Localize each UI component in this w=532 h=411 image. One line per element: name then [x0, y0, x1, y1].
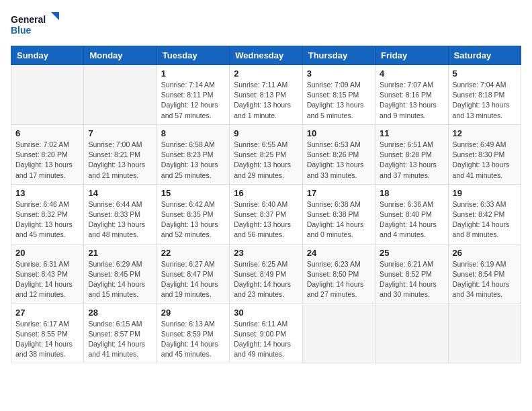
calendar-cell: 3Sunrise: 7:09 AM Sunset: 8:15 PM Daylig…	[302, 65, 375, 125]
calendar-cell: 23Sunrise: 6:25 AM Sunset: 8:49 PM Dayli…	[230, 244, 302, 304]
column-header-saturday: Saturday	[448, 46, 521, 65]
day-number: 6	[15, 128, 79, 138]
calendar-cell	[302, 304, 375, 363]
column-header-tuesday: Tuesday	[157, 46, 229, 65]
calendar-cell: 20Sunrise: 6:31 AM Sunset: 8:43 PM Dayli…	[11, 244, 84, 304]
day-info: Sunrise: 7:02 AM Sunset: 8:20 PM Dayligh…	[15, 140, 79, 181]
calendar-cell: 22Sunrise: 6:27 AM Sunset: 8:47 PM Dayli…	[157, 244, 229, 304]
calendar-cell: 29Sunrise: 6:13 AM Sunset: 8:59 PM Dayli…	[157, 304, 229, 363]
day-number: 25	[380, 248, 443, 258]
day-info: Sunrise: 6:49 AM Sunset: 8:30 PM Dayligh…	[453, 140, 517, 181]
day-number: 12	[453, 128, 517, 138]
calendar-cell: 21Sunrise: 6:29 AM Sunset: 8:45 PM Dayli…	[84, 244, 157, 304]
logo-icon: GeneralBlue	[11, 11, 64, 38]
calendar-cell: 17Sunrise: 6:38 AM Sunset: 8:38 PM Dayli…	[302, 184, 375, 244]
calendar-cell: 16Sunrise: 6:40 AM Sunset: 8:37 PM Dayli…	[230, 184, 302, 244]
day-number: 1	[161, 68, 225, 79]
calendar-cell: 10Sunrise: 6:53 AM Sunset: 8:26 PM Dayli…	[302, 124, 375, 184]
day-info: Sunrise: 7:09 AM Sunset: 8:15 PM Dayligh…	[307, 80, 371, 121]
day-number: 23	[234, 248, 298, 258]
calendar-cell	[448, 304, 521, 363]
calendar-week-5: 27Sunrise: 6:17 AM Sunset: 8:55 PM Dayli…	[11, 304, 521, 363]
column-header-thursday: Thursday	[302, 46, 375, 65]
day-number: 21	[88, 248, 152, 258]
day-number: 27	[15, 308, 79, 318]
day-number: 10	[307, 128, 371, 138]
calendar-cell: 11Sunrise: 6:51 AM Sunset: 8:28 PM Dayli…	[375, 124, 448, 184]
day-info: Sunrise: 6:15 AM Sunset: 8:57 PM Dayligh…	[88, 319, 152, 360]
day-info: Sunrise: 6:27 AM Sunset: 8:47 PM Dayligh…	[161, 259, 225, 300]
day-info: Sunrise: 6:29 AM Sunset: 8:45 PM Dayligh…	[88, 259, 152, 300]
calendar-cell: 28Sunrise: 6:15 AM Sunset: 8:57 PM Dayli…	[84, 304, 157, 363]
day-info: Sunrise: 6:33 AM Sunset: 8:42 PM Dayligh…	[453, 199, 517, 240]
calendar-cell: 27Sunrise: 6:17 AM Sunset: 8:55 PM Dayli…	[11, 304, 84, 363]
day-number: 28	[88, 308, 152, 318]
day-number: 15	[161, 188, 225, 198]
page-header: GeneralBlue	[11, 11, 521, 38]
logo: GeneralBlue	[11, 11, 64, 38]
calendar-cell: 6Sunrise: 7:02 AM Sunset: 8:20 PM Daylig…	[11, 124, 84, 184]
calendar-cell: 7Sunrise: 7:00 AM Sunset: 8:21 PM Daylig…	[84, 124, 157, 184]
day-number: 5	[453, 68, 517, 79]
day-number: 2	[234, 68, 298, 79]
calendar-cell: 15Sunrise: 6:42 AM Sunset: 8:35 PM Dayli…	[157, 184, 229, 244]
day-info: Sunrise: 6:46 AM Sunset: 8:32 PM Dayligh…	[15, 199, 79, 240]
day-info: Sunrise: 6:36 AM Sunset: 8:40 PM Dayligh…	[380, 199, 443, 240]
calendar-week-3: 13Sunrise: 6:46 AM Sunset: 8:32 PM Dayli…	[11, 184, 521, 244]
day-number: 18	[380, 188, 443, 198]
day-info: Sunrise: 6:55 AM Sunset: 8:25 PM Dayligh…	[234, 140, 298, 181]
day-info: Sunrise: 6:51 AM Sunset: 8:28 PM Dayligh…	[380, 140, 443, 181]
calendar-header-row: SundayMondayTuesdayWednesdayThursdayFrid…	[11, 46, 521, 65]
day-info: Sunrise: 6:31 AM Sunset: 8:43 PM Dayligh…	[15, 259, 79, 300]
column-header-friday: Friday	[375, 46, 448, 65]
day-number: 11	[380, 128, 443, 138]
calendar-week-4: 20Sunrise: 6:31 AM Sunset: 8:43 PM Dayli…	[11, 244, 521, 304]
day-info: Sunrise: 7:07 AM Sunset: 8:16 PM Dayligh…	[380, 80, 443, 121]
day-number: 17	[307, 188, 371, 198]
day-number: 30	[234, 308, 298, 318]
calendar-cell: 19Sunrise: 6:33 AM Sunset: 8:42 PM Dayli…	[448, 184, 521, 244]
day-number: 29	[161, 308, 225, 318]
day-info: Sunrise: 6:21 AM Sunset: 8:52 PM Dayligh…	[380, 259, 443, 300]
day-info: Sunrise: 6:38 AM Sunset: 8:38 PM Dayligh…	[307, 199, 371, 240]
column-header-monday: Monday	[84, 46, 157, 65]
calendar-week-2: 6Sunrise: 7:02 AM Sunset: 8:20 PM Daylig…	[11, 124, 521, 184]
column-header-sunday: Sunday	[11, 46, 84, 65]
day-number: 13	[15, 188, 79, 198]
day-info: Sunrise: 6:58 AM Sunset: 8:23 PM Dayligh…	[161, 140, 225, 181]
svg-text:General: General	[11, 14, 46, 25]
day-info: Sunrise: 6:42 AM Sunset: 8:35 PM Dayligh…	[161, 199, 225, 240]
day-info: Sunrise: 7:14 AM Sunset: 8:11 PM Dayligh…	[161, 80, 225, 121]
calendar-cell	[84, 65, 157, 125]
calendar-cell: 18Sunrise: 6:36 AM Sunset: 8:40 PM Dayli…	[375, 184, 448, 244]
day-info: Sunrise: 6:25 AM Sunset: 8:49 PM Dayligh…	[234, 259, 298, 300]
day-number: 9	[234, 128, 298, 138]
calendar-cell: 4Sunrise: 7:07 AM Sunset: 8:16 PM Daylig…	[375, 65, 448, 125]
calendar-cell: 14Sunrise: 6:44 AM Sunset: 8:33 PM Dayli…	[84, 184, 157, 244]
day-info: Sunrise: 6:23 AM Sunset: 8:50 PM Dayligh…	[307, 259, 371, 300]
day-number: 20	[15, 248, 79, 258]
svg-marker-2	[51, 12, 59, 20]
day-number: 22	[161, 248, 225, 258]
calendar-cell: 2Sunrise: 7:11 AM Sunset: 8:13 PM Daylig…	[230, 65, 302, 125]
calendar-cell: 24Sunrise: 6:23 AM Sunset: 8:50 PM Dayli…	[302, 244, 375, 304]
day-info: Sunrise: 6:53 AM Sunset: 8:26 PM Dayligh…	[307, 140, 371, 181]
day-info: Sunrise: 7:04 AM Sunset: 8:18 PM Dayligh…	[453, 80, 517, 121]
calendar-cell: 25Sunrise: 6:21 AM Sunset: 8:52 PM Dayli…	[375, 244, 448, 304]
calendar-cell: 26Sunrise: 6:19 AM Sunset: 8:54 PM Dayli…	[448, 244, 521, 304]
calendar-cell	[375, 304, 448, 363]
day-number: 14	[88, 188, 152, 198]
day-number: 8	[161, 128, 225, 138]
calendar-cell: 30Sunrise: 6:11 AM Sunset: 9:00 PM Dayli…	[230, 304, 302, 363]
calendar-week-1: 1Sunrise: 7:14 AM Sunset: 8:11 PM Daylig…	[11, 65, 521, 125]
day-info: Sunrise: 6:19 AM Sunset: 8:54 PM Dayligh…	[453, 259, 517, 300]
calendar-cell	[11, 65, 84, 125]
day-info: Sunrise: 7:00 AM Sunset: 8:21 PM Dayligh…	[88, 140, 152, 181]
day-number: 16	[234, 188, 298, 198]
day-number: 3	[307, 68, 371, 79]
calendar-table: SundayMondayTuesdayWednesdayThursdayFrid…	[11, 46, 521, 363]
day-info: Sunrise: 7:11 AM Sunset: 8:13 PM Dayligh…	[234, 80, 298, 121]
day-info: Sunrise: 6:44 AM Sunset: 8:33 PM Dayligh…	[88, 199, 152, 240]
column-header-wednesday: Wednesday	[230, 46, 302, 65]
day-info: Sunrise: 6:13 AM Sunset: 8:59 PM Dayligh…	[161, 319, 225, 360]
